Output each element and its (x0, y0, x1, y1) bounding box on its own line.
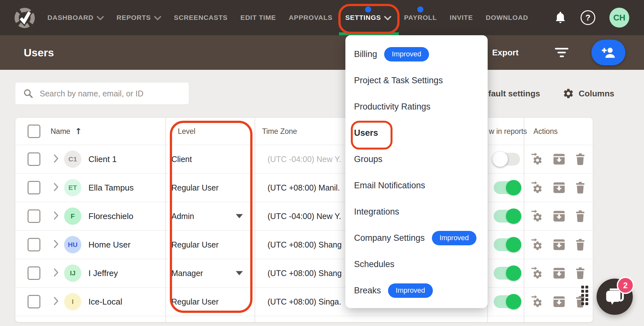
user-avatar[interactable]: CH (609, 8, 629, 28)
filter-icon[interactable] (555, 48, 568, 57)
menu-item-billing[interactable]: BillingImproved (345, 41, 488, 67)
level-dropdown-caret-icon[interactable] (236, 214, 243, 218)
user-level[interactable]: Manager (171, 269, 203, 278)
user-timezone: (UTC +08:00) Singa. (268, 297, 341, 306)
default-settings-button-partial[interactable]: fault settings (488, 83, 540, 104)
nav-item-download[interactable]: DOWNLOAD (486, 0, 528, 35)
settings-dropdown-menu: BillingImprovedProject & Task SettingsPr… (345, 35, 488, 308)
menu-item-groups[interactable]: Groups (345, 146, 488, 172)
search-input[interactable] (39, 89, 175, 99)
table-body: C1 Client 1 Client (UTC -04:00) New Y. E… (15, 145, 593, 316)
avatar: I (64, 293, 81, 310)
show-in-reports-toggle[interactable] (494, 210, 520, 223)
row-actions (529, 295, 586, 308)
archive-download-icon[interactable] (552, 152, 566, 166)
nav-item-invite[interactable]: INVITE (450, 0, 473, 35)
columns-button[interactable]: Columns (563, 83, 614, 104)
show-in-reports-toggle[interactable] (494, 181, 520, 194)
row-actions (529, 181, 586, 194)
expand-row-chevron-icon[interactable] (54, 268, 59, 278)
column-header-name[interactable]: Name (51, 127, 70, 136)
menu-item-users[interactable]: Users (345, 120, 488, 146)
users-table: Name ↑ Level Time Zone w in reports Acti… (15, 118, 593, 322)
select-all-checkbox[interactable] (28, 125, 40, 138)
user-settings-icon[interactable] (529, 266, 544, 280)
user-timezone: (UTC -04:00) New Y. (268, 212, 341, 221)
row-checkbox[interactable] (28, 295, 40, 308)
row-checkbox[interactable] (28, 209, 40, 223)
row-checkbox[interactable] (28, 152, 40, 166)
table-row: HU Home User Regular User (UTC +08:00) S… (15, 231, 593, 259)
menu-item-productivity-ratings[interactable]: Productivity Ratings (345, 94, 488, 120)
level-dropdown-caret-icon[interactable] (236, 271, 243, 275)
chat-launcher-button[interactable]: 2 (597, 279, 633, 315)
nav-item-screencasts[interactable]: SCREENCASTS (174, 0, 228, 35)
menu-item-label: Integrations (354, 207, 399, 217)
menu-item-email-notifications[interactable]: Email Notifications (345, 172, 488, 199)
archive-download-icon[interactable] (552, 238, 566, 251)
nav-item-settings[interactable]: SETTINGS (345, 0, 391, 35)
notification-dot (417, 6, 424, 12)
nav-item-label: DOWNLOAD (486, 14, 528, 21)
add-user-button[interactable] (591, 40, 625, 65)
help-icon[interactable]: ? (581, 10, 595, 25)
expand-row-chevron-icon[interactable] (54, 183, 59, 192)
page-title: Users (24, 46, 54, 59)
trash-icon[interactable] (574, 238, 586, 251)
notifications-bell-icon[interactable] (554, 11, 566, 25)
archive-download-icon[interactable] (552, 266, 566, 280)
trash-icon[interactable] (574, 266, 586, 280)
expand-row-chevron-icon[interactable] (54, 211, 59, 221)
menu-item-schedules[interactable]: Schedules (345, 251, 488, 277)
user-name: Ella Tampus (88, 183, 134, 193)
expand-row-chevron-icon[interactable] (54, 154, 59, 164)
nav-item-edit-time[interactable]: EDIT TIME (240, 0, 276, 35)
show-in-reports-toggle[interactable] (494, 295, 520, 308)
trash-icon[interactable] (574, 152, 586, 166)
menu-item-label: Company Settings (354, 233, 425, 243)
menu-item-breaks[interactable]: BreaksImproved (345, 277, 488, 304)
user-settings-icon[interactable] (529, 295, 544, 308)
sort-ascending-icon[interactable]: ↑ (75, 126, 82, 136)
row-checkbox[interactable] (28, 181, 40, 194)
show-in-reports-toggle[interactable] (494, 238, 520, 251)
row-checkbox[interactable] (28, 238, 40, 251)
archive-download-icon[interactable] (552, 181, 566, 194)
app-logo-icon[interactable] (13, 6, 36, 29)
table-row: ET Ella Tampus Regular User (UTC +08:00)… (15, 174, 593, 202)
expand-row-chevron-icon[interactable] (54, 297, 59, 306)
user-settings-icon[interactable] (529, 152, 544, 166)
nav-item-payroll[interactable]: PAYROLL (404, 0, 437, 35)
user-settings-icon[interactable] (529, 238, 544, 251)
nav-item-label: DASHBOARD (47, 14, 94, 21)
export-button[interactable]: Export (492, 48, 518, 58)
user-level[interactable]: Admin (171, 212, 194, 221)
menu-item-label: Billing (354, 49, 377, 59)
trash-icon[interactable] (574, 181, 586, 194)
help-glyph: ? (585, 13, 590, 23)
drag-handle-dots-icon[interactable] (581, 286, 590, 305)
row-checkbox[interactable] (28, 266, 40, 280)
archive-download-icon[interactable] (552, 295, 566, 308)
trash-icon[interactable] (574, 209, 586, 223)
menu-item-project-task-settings[interactable]: Project & Task Settings (345, 67, 488, 94)
avatar-initials: CH (613, 13, 625, 23)
menu-item-integrations[interactable]: Integrations (345, 199, 488, 225)
show-in-reports-toggle[interactable] (494, 267, 520, 280)
nav-item-approvals[interactable]: APPROVALS (289, 0, 332, 35)
menu-item-company-settings[interactable]: Company SettingsImproved (345, 225, 488, 251)
nav-item-reports[interactable]: REPORTS (117, 0, 161, 35)
user-level: Regular User (171, 240, 219, 249)
app-window: DASHBOARDREPORTSSCREENCASTSEDIT TIMEAPPR… (0, 0, 644, 326)
archive-download-icon[interactable] (552, 209, 566, 223)
show-in-reports-toggle[interactable] (494, 153, 520, 166)
avatar: IJ (64, 265, 81, 282)
user-settings-icon[interactable] (529, 181, 544, 194)
expand-row-chevron-icon[interactable] (54, 240, 59, 249)
nav-item-label: APPROVALS (289, 14, 332, 21)
nav-item-dashboard[interactable]: DASHBOARD (47, 0, 104, 35)
toggle-knob (506, 180, 521, 195)
user-name: Floreschielo (88, 211, 133, 221)
page-header-bar: Users Export (0, 35, 644, 70)
user-settings-icon[interactable] (529, 209, 544, 223)
